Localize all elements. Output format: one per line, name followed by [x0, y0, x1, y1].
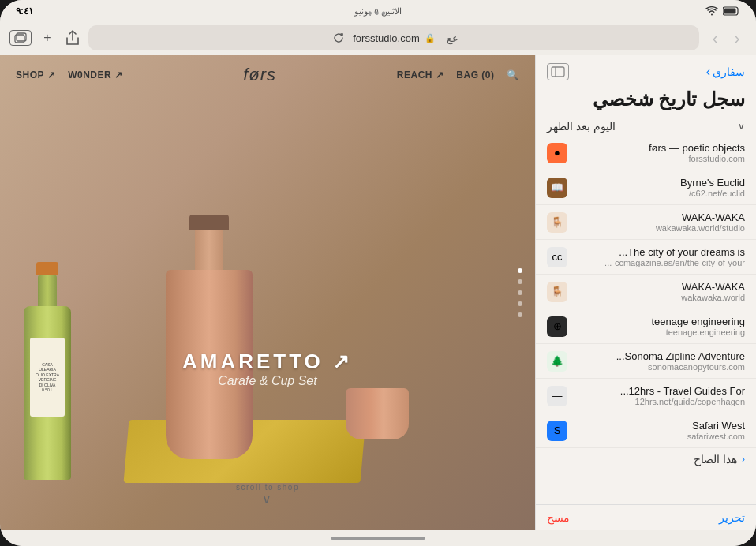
history-item-text: The city of your dreams is...ccmagazine.…	[575, 246, 745, 267]
site-logo[interactable]: førs	[243, 65, 276, 85]
chevron-left-icon[interactable]: ‹	[742, 454, 745, 465]
dot-4	[518, 301, 522, 306]
history-item-url: c62.net/euclid/	[575, 189, 745, 198]
dot-2	[518, 279, 522, 284]
forward-button[interactable]: ›	[728, 28, 747, 47]
history-item-text: 12hrs - Travel Guides For...12hrs.net/gu…	[575, 385, 745, 406]
tabs-button[interactable]	[9, 30, 32, 46]
bottle-label: CASA OLEARIA OLIO EXTRA VERGINE DI OLIVA…	[30, 338, 65, 417]
nav-bag[interactable]: BAG (0)	[456, 69, 494, 80]
history-favicon: cc	[547, 247, 567, 267]
share-button[interactable]	[63, 28, 82, 47]
sidebar-panel: سفاري › سجل تاريخ شخصي ∨ اليوم بعد الظهر	[535, 55, 756, 530]
svg-rect-1	[724, 9, 736, 14]
history-item[interactable]: WAKA-WAKAwakawaka.world🪑	[536, 275, 756, 309]
product-title: AMARETTO ↗	[182, 350, 353, 374]
history-item-url: wakawaka.world	[575, 293, 745, 302]
history-item-text: teenage engineeringteenage.engineering	[575, 316, 745, 337]
history-favicon: 🪑	[547, 212, 567, 233]
sidebar-bottom: تحرير مسح	[536, 504, 756, 530]
history-item[interactable]: WAKA-WAKAwakawaka.world/studio🪑	[536, 205, 756, 240]
history-item-url: sonomacanopytours.com	[575, 362, 745, 372]
history-item[interactable]: Byrne's Euclidc62.net/euclid/📖	[536, 170, 756, 205]
history-item-title: 12hrs - Travel Guides For...	[575, 385, 745, 397]
history-item[interactable]: Safari Westsafariwest.comS	[536, 413, 756, 448]
safari-link[interactable]: سفاري ›	[706, 65, 745, 79]
text-size[interactable]: عع	[447, 32, 458, 44]
status-time: ٩:٤١	[16, 6, 33, 17]
cup-prop	[346, 388, 409, 451]
home-indicator	[0, 530, 756, 546]
history-item-url: safariwest.com	[575, 432, 745, 441]
section-morning-label: هذا الصاح	[694, 453, 737, 466]
history-item-url: ccmagazine.es/en/the-city-of-your-...	[575, 258, 745, 267]
history-favicon: S	[547, 421, 567, 441]
url-text: forsstudio.com	[353, 32, 420, 44]
cup-body	[346, 388, 409, 439]
bottle-body: CASA OLEARIA OLIO EXTRA VERGINE DI OLIVA…	[24, 306, 71, 480]
history-item-title: WAKA-WAKA	[575, 211, 745, 223]
bottle-neck	[38, 275, 57, 306]
history-item-text: WAKA-WAKAwakawaka.world/studio	[575, 211, 745, 233]
add-tab-button[interactable]: +	[38, 28, 57, 47]
history-item-url: forsstudio.com	[575, 154, 745, 163]
home-bar	[331, 537, 425, 540]
delete-button[interactable]: مسح	[547, 511, 570, 524]
history-favicon: 🪑	[547, 282, 567, 302]
history-item-title: teenage engineering	[575, 316, 745, 327]
history-item[interactable]: førs — poetic objectsforsstudio.com●	[536, 136, 756, 170]
history-item[interactable]: Sonoma Zipline Adventure...sonomacanopyt…	[536, 344, 756, 379]
history-item[interactable]: 12hrs - Travel Guides For...12hrs.net/gu…	[536, 379, 756, 413]
history-favicon: —	[547, 386, 567, 406]
history-item-url: 12hrs.net/guide/copenhagen	[575, 397, 745, 406]
product-subtitle: Carafe & Cup Set	[182, 374, 353, 388]
nav-shop[interactable]: SHOP ↗	[16, 69, 55, 80]
lock-icon: 🔒	[425, 33, 436, 43]
nav-reach[interactable]: REACH ↗	[397, 69, 444, 80]
history-item-title: Byrne's Euclid	[575, 177, 745, 189]
battery-icon	[723, 6, 740, 16]
svg-rect-4	[552, 67, 564, 77]
status-right	[705, 6, 740, 16]
wifi-icon	[705, 6, 718, 16]
history-item-title: Safari West	[575, 420, 745, 432]
section-morning-header: ‹ هذا الصاح	[536, 448, 756, 467]
site-nav: SHOP ↗ W0NDER ↗ førs REACH ↗ BAG (0) 🔍	[0, 55, 535, 95]
sidebar-title: سجل تاريخ شخصي	[536, 85, 756, 117]
dot-1	[518, 268, 522, 273]
history-item[interactable]: The city of your dreams is...ccmagazine.…	[536, 240, 756, 275]
product-text-overlay: AMARETTO ↗ Carafe & Cup Set	[182, 350, 353, 388]
history-item-text: Byrne's Euclidc62.net/euclid/	[575, 177, 745, 198]
section-today-label: اليوم بعد الظهر	[547, 120, 616, 133]
carafe-lid	[189, 215, 229, 230]
scroll-to-shop: scroll to shop ∨	[236, 483, 299, 507]
history-item-title: Sonoma Zipline Adventure...	[575, 350, 745, 362]
carafe-prop	[158, 215, 260, 467]
history-favicon: 🌲	[547, 351, 567, 372]
reload-button[interactable]	[329, 28, 348, 47]
history-item-text: Sonoma Zipline Adventure...sonomacanopyt…	[575, 350, 745, 372]
main-area: CASA OLEARIA OLIO EXTRA VERGINE DI OLIVA…	[0, 55, 756, 530]
edit-button[interactable]: تحرير	[719, 511, 745, 524]
sidebar-header: سفاري ›	[536, 55, 756, 85]
chevron-down-icon[interactable]: ∨	[738, 121, 745, 132]
section-today-header: ∨ اليوم بعد الظهر	[536, 117, 756, 136]
nav-left: SHOP ↗ W0NDER ↗	[16, 69, 122, 80]
history-item[interactable]: teenage engineeringteenage.engineering⊕	[536, 309, 756, 344]
history-item-text: førs — poetic objectsforsstudio.com	[575, 142, 745, 163]
nav-wonder[interactable]: W0NDER ↗	[68, 69, 122, 80]
history-list: førs — poetic objectsforsstudio.com●Byrn…	[536, 136, 756, 504]
nav-search[interactable]: 🔍	[507, 69, 519, 80]
dot-3	[518, 290, 522, 295]
sidebar-toggle-button[interactable]	[547, 63, 569, 80]
browser-chrome: + ••• forsstudio.com 🔒 عع ‹ ›	[0, 22, 756, 55]
history-item-text: Safari Westsafariwest.com	[575, 420, 745, 441]
history-item-url: wakawaka.world/studio	[575, 223, 745, 233]
history-item-title: WAKA-WAKA	[575, 281, 745, 293]
history-favicon: ●	[547, 143, 567, 163]
url-bar[interactable]: forsstudio.com 🔒 عع	[88, 25, 699, 50]
carafe-neck	[195, 230, 223, 270]
history-favicon: ⊕	[547, 316, 567, 337]
browser-viewport[interactable]: CASA OLEARIA OLIO EXTRA VERGINE DI OLIVA…	[0, 55, 535, 530]
back-button[interactable]: ‹	[705, 28, 724, 47]
